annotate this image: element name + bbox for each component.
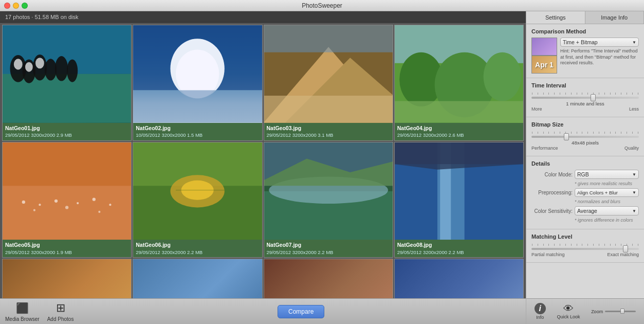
- method-dropdown[interactable]: Time + Bitmap ▼: [560, 38, 639, 47]
- comparison-method-section: Comparison Method Apr 1 Time + Bitmap ▼ …: [526, 24, 644, 78]
- photo-label: NatGeo08.jpg 29/05/2012 3200x2000 2.2 MB: [395, 240, 523, 257]
- bitmap-slider-container: 48x48 pixels Performance Quality: [531, 131, 639, 152]
- time-labels: More Less: [531, 106, 639, 112]
- preprocessing-dropdown[interactable]: Align Colors + Blur ▼: [575, 188, 639, 197]
- zoom-slider-thumb[interactable]: [620, 309, 624, 314]
- bitmap-labels: Performance Quality: [531, 146, 639, 151]
- color-mode-dropdown[interactable]: RGB ▼: [575, 170, 639, 179]
- table-row[interactable]: NatGeo06.jpg 29/05/2012 3200x2000 2.2 MB: [133, 142, 262, 258]
- time-interval-title: Time Interval: [531, 82, 639, 88]
- table-row[interactable]: [264, 259, 393, 298]
- photo-count: 17 photos · 51.58 MB on disk: [5, 14, 78, 20]
- matching-slider-track[interactable]: [531, 248, 639, 250]
- photo-thumbnail: [133, 25, 262, 123]
- svg-point-30: [54, 199, 58, 202]
- svg-point-7: [67, 59, 78, 82]
- zoom-slider[interactable]: [605, 311, 636, 312]
- photo-label: NatGeo06.jpg 29/05/2012 3200x2000 2.2 MB: [133, 240, 262, 257]
- svg-rect-14: [133, 90, 262, 122]
- table-row[interactable]: [394, 259, 524, 298]
- table-row[interactable]: NatGeo03.jpg 29/05/2012 3200x2000 3.1 MB: [264, 25, 393, 141]
- settings-panel: Settings Image Info Comparison Method Ap…: [526, 11, 644, 324]
- color-mode-row: Color Mode: RGB ▼: [531, 170, 639, 179]
- quick-look-button[interactable]: 👁 Quick Look: [557, 303, 580, 319]
- comparison-method-title: Comparison Method: [531, 28, 639, 34]
- photo-thumbnail: [3, 259, 131, 298]
- add-photos-button[interactable]: ⊞ Add Photos: [47, 301, 74, 322]
- color-mode-label: Color Mode:: [531, 172, 573, 177]
- table-row[interactable]: NatGeo07.jpg 29/05/2012 3200x2000 2.2 MB: [264, 142, 393, 258]
- matching-level-section: Matching Level Partial matching Exact ma…: [526, 229, 644, 263]
- info-icon: i: [535, 303, 546, 314]
- color-mode-hint: * gives more realistic results: [575, 181, 639, 186]
- svg-point-29: [39, 204, 41, 206]
- info-button[interactable]: i Info: [535, 303, 546, 320]
- time-value: 1 minute and less: [531, 101, 639, 106]
- preprocessing-hint: * normalizes and blurs: [575, 199, 639, 204]
- close-button[interactable]: [4, 3, 10, 9]
- media-browser-icon: ⬛: [15, 301, 29, 315]
- tab-settings[interactable]: Settings: [526, 11, 585, 24]
- photo-label: NatGeo03.jpg 29/05/2012 3200x2000 3.1 MB: [264, 123, 393, 140]
- svg-point-24: [483, 52, 521, 101]
- color-mode-arrow-icon: ▼: [632, 172, 636, 177]
- compare-button[interactable]: Compare: [278, 305, 324, 318]
- media-browser-button[interactable]: ⬛ Media Browser: [5, 301, 40, 322]
- svg-point-34: [33, 209, 35, 211]
- zoom-control: Zoom: [591, 309, 636, 314]
- details-title: Details: [531, 160, 639, 167]
- panel-tabs: Settings Image Info: [526, 11, 644, 24]
- preprocessing-arrow-icon: ▼: [632, 190, 636, 195]
- svg-point-35: [65, 206, 68, 209]
- table-row[interactable]: NatGeo08.jpg 29/05/2012 3200x2000 2.2 MB: [394, 142, 524, 258]
- svg-point-32: [93, 197, 96, 201]
- comparison-method-container: Apr 1 Time + Bitmap ▼ Hint: Performs "Ti…: [531, 38, 639, 74]
- photo-grid[interactable]: NatGeo01.jpg 29/05/2012 3200x2000 2.9 MB…: [0, 23, 526, 298]
- bitmap-size-section: Bitmap Size 48x48 pixels Performance Qua…: [526, 117, 644, 156]
- preprocessing-label: Preprocessing:: [531, 190, 573, 195]
- svg-point-31: [77, 202, 79, 204]
- table-row[interactable]: [133, 259, 262, 298]
- table-row[interactable]: NatGeo02.jpg 10/05/2012 3200x2000 1.5 MB: [133, 25, 262, 141]
- photo-label: NatGeo05.jpg 29/05/2012 3200x2000 1.9 MB: [3, 240, 131, 257]
- quick-look-icon: 👁: [563, 303, 574, 314]
- preprocessing-row: Preprocessing: Align Colors + Blur ▼: [531, 188, 639, 197]
- time-slider-track[interactable]: [531, 97, 639, 99]
- svg-point-8: [14, 59, 23, 69]
- svg-rect-19: [264, 25, 393, 52]
- table-row[interactable]: [2, 259, 132, 298]
- photo-label: NatGeo04.jpg 29/05/2012 3200x2000 2.6 MB: [395, 123, 523, 140]
- time-slider-thumb[interactable]: [591, 94, 596, 101]
- matching-labels: Partial matching Exact matching: [531, 252, 639, 257]
- svg-point-6: [55, 56, 68, 81]
- table-row[interactable]: NatGeo04.jpg 29/05/2012 3200x2000 2.6 MB: [394, 25, 524, 141]
- svg-point-33: [109, 204, 111, 206]
- main-layout: 17 photos · 51.58 MB on disk: [0, 11, 644, 324]
- photo-area: 17 photos · 51.58 MB on disk: [0, 11, 526, 324]
- comparison-thumbnails: Apr 1: [531, 38, 557, 74]
- fullscreen-button[interactable]: [22, 3, 28, 9]
- svg-point-36: [98, 210, 100, 212]
- matching-slider-container: Partial matching Exact matching: [531, 243, 639, 258]
- table-row[interactable]: NatGeo01.jpg 29/05/2012 3200x2000 2.9 MB: [2, 25, 132, 141]
- bitmap-slider-thumb[interactable]: [564, 133, 569, 140]
- svg-rect-18: [264, 96, 393, 123]
- bitmap-slider-track[interactable]: [531, 136, 639, 138]
- tab-image-info[interactable]: Image Info: [585, 11, 645, 24]
- matching-slider-thumb[interactable]: [623, 245, 628, 253]
- dropdown-arrow-icon: ▼: [632, 40, 636, 45]
- photo-thumbnail: [395, 259, 523, 298]
- time-interval-section: Time Interval 1 minute and less More Les…: [526, 78, 644, 117]
- photo-thumbnail: [264, 25, 393, 123]
- minimize-button[interactable]: [13, 3, 19, 9]
- photo-thumbnail: [3, 142, 131, 240]
- color-sensitivity-dropdown[interactable]: Average ▼: [575, 206, 639, 215]
- bitmap-size-title: Bitmap Size: [531, 121, 639, 128]
- traffic-lights[interactable]: [4, 3, 28, 9]
- main-toolbar: ⬛ Media Browser ⊞ Add Photos Compare: [0, 298, 526, 324]
- comp-thumb-flower: [531, 38, 557, 56]
- table-row[interactable]: NatGeo05.jpg 29/05/2012 3200x2000 1.9 MB: [2, 142, 132, 258]
- method-hint: Hint: Performs "Time Interval" method at…: [560, 48, 639, 66]
- app-title: PhotoSweeper: [302, 2, 342, 9]
- photo-thumbnail: [264, 259, 393, 298]
